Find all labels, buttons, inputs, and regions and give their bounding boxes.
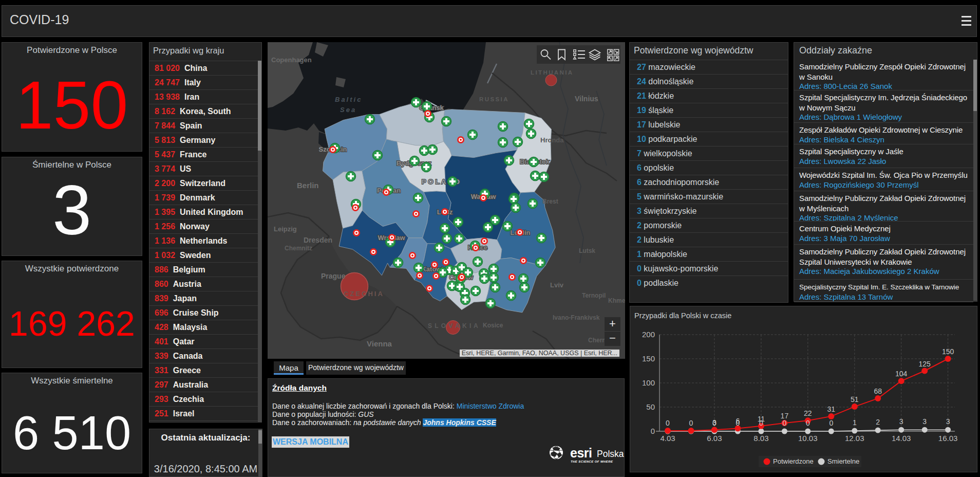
svg-text:100: 100 <box>642 378 655 387</box>
svg-text:11: 11 <box>758 415 765 423</box>
svg-text:22: 22 <box>804 409 812 417</box>
svg-text:Polska: Polska <box>597 449 624 459</box>
svg-text:LITHUANIA: LITHUANIA <box>531 69 574 76</box>
svg-text:150: 150 <box>642 354 655 363</box>
svg-text:3: 3 <box>922 417 927 426</box>
svg-text:CZECHIA: CZECHIA <box>344 290 384 298</box>
svg-text:Brest: Brest <box>542 198 558 205</box>
svg-text:1: 1 <box>853 418 857 427</box>
svg-text:esri: esri <box>570 446 592 460</box>
svg-text:Baltic: Baltic <box>335 96 362 103</box>
svg-text:Ivano-Frankivsk: Ivano-Frankivsk <box>553 314 600 321</box>
svg-text:16.03: 16.03 <box>938 434 958 443</box>
svg-text:Smiertelne: Smiertelne <box>827 457 859 465</box>
svg-text:8.03: 8.03 <box>753 434 768 443</box>
svg-text:0: 0 <box>666 419 670 427</box>
svg-text:0: 0 <box>806 419 810 427</box>
svg-text:Prague: Prague <box>321 272 346 280</box>
svg-text:Kosice: Kosice <box>483 322 503 329</box>
svg-text:31: 31 <box>827 405 836 413</box>
svg-text:RUSSIA: RUSSIA <box>479 96 509 102</box>
svg-text:3: 3 <box>712 418 717 427</box>
svg-text:150: 150 <box>942 347 954 356</box>
svg-text:S L O V A K I A: S L O V A K I A <box>428 322 479 329</box>
svg-text:6.03: 6.03 <box>707 434 722 443</box>
svg-text:68: 68 <box>874 387 882 395</box>
svg-text:Vienna: Vienna <box>367 339 392 348</box>
svg-text:6: 6 <box>736 417 740 425</box>
svg-text:Copenhagen: Copenhagen <box>271 56 312 64</box>
svg-text:50: 50 <box>646 402 655 411</box>
svg-text:2: 2 <box>876 418 880 426</box>
svg-text:4.03: 4.03 <box>660 434 675 443</box>
svg-text:Khmel: Khmel <box>608 297 625 304</box>
svg-text:Leipzig: Leipzig <box>274 225 297 233</box>
svg-text:Ternopil: Ternopil <box>582 292 606 299</box>
svg-text:125: 125 <box>919 360 931 368</box>
svg-text:3: 3 <box>946 417 950 426</box>
svg-text:0: 0 <box>829 419 833 427</box>
svg-text:Dresden: Dresden <box>304 236 332 244</box>
svg-text:0: 0 <box>783 419 787 427</box>
svg-text:200: 200 <box>642 330 655 339</box>
svg-text:0: 0 <box>689 419 693 427</box>
svg-text:Lviv: Lviv <box>550 281 564 289</box>
svg-text:Chemnitz: Chemnitz <box>285 245 312 252</box>
svg-text:Potwierdzone: Potwierdzone <box>773 457 814 465</box>
svg-text:51: 51 <box>851 395 859 403</box>
svg-text:Berlin: Berlin <box>297 181 319 190</box>
svg-text:THE SCIENCE OF WHERE: THE SCIENCE OF WHERE <box>571 460 613 463</box>
svg-text:104: 104 <box>895 370 908 378</box>
svg-text:17: 17 <box>781 412 789 420</box>
svg-text:0: 0 <box>651 427 655 435</box>
svg-text:Sea: Sea <box>340 106 356 114</box>
svg-text:14.03: 14.03 <box>892 434 911 443</box>
svg-text:3: 3 <box>899 417 903 426</box>
svg-text:12.03: 12.03 <box>845 434 864 443</box>
svg-text:Hronda: Hronda <box>540 136 564 144</box>
svg-text:Lutsk: Lutsk <box>579 247 595 254</box>
svg-text:Vilnius: Vilnius <box>575 95 598 103</box>
svg-text:10.03: 10.03 <box>798 434 818 443</box>
